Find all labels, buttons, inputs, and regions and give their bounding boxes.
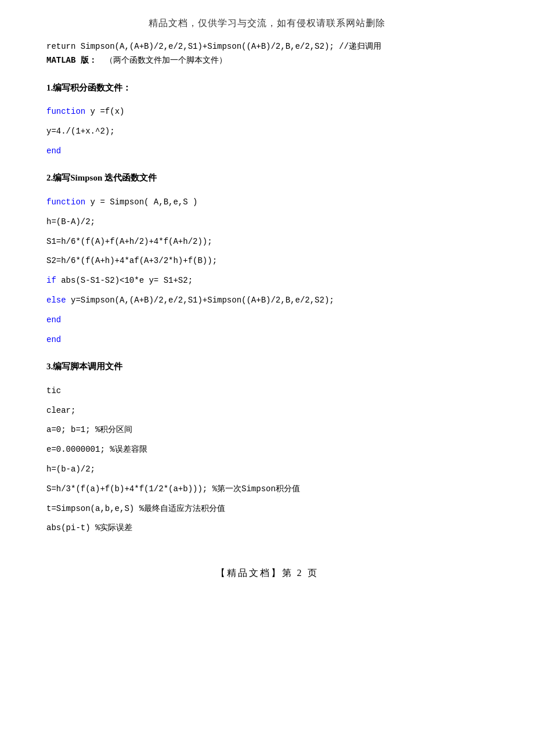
e-line: e=0.0000001; %误差容限: [46, 443, 488, 457]
end1: end: [46, 145, 488, 159]
footer: 【精品文档】第 2 页: [46, 564, 488, 582]
section1-title: 1.编写积分函数文件：: [46, 80, 488, 96]
else-body: y=Simpson(A,(A+B)/2,e/2,S1)+Simpson((A+B…: [66, 296, 334, 305]
keyword-function1: function: [46, 107, 85, 116]
keyword-else: else: [46, 296, 66, 305]
keyword-function2: function: [46, 197, 85, 207]
s1-line: S1=h/6*(f(A)+f(A+h/2)+4*f(A+h/2));: [46, 235, 488, 249]
watermark: 精品文档，仅供学习与交流，如有侵权请联系网站删除: [46, 17, 488, 30]
clear-line: clear;: [46, 404, 488, 418]
function1-line: function y =f(x): [46, 105, 488, 119]
keyword-end3: end: [46, 335, 61, 344]
h-line: h=(B-A)/2;: [46, 215, 488, 229]
abs-line: abs(pi-t) %实际误差: [46, 521, 488, 535]
matlab-bold: MATLAB 版：: [46, 56, 97, 65]
h-script-line: h=(b-a)/2;: [46, 463, 488, 477]
if-condition: abs(S-S1-S2)<10*e y= S1+S2;: [56, 276, 193, 285]
function2-line: function y = Simpson( A,B,e,S ): [46, 196, 488, 210]
s2-line: S2=h/6*(f(A+h)+4*af(A+3/2*h)+f(B));: [46, 254, 488, 268]
function2-sig: y = Simpson( A,B,e,S ): [85, 197, 197, 207]
s-script-line: S=h/3*(f(a)+f(b)+4*f(1/2*(a+b))); %第一次Si…: [46, 483, 488, 496]
return-line: return Simpson(A,(A+B)/2,e/2,S1)+Simpson…: [46, 40, 488, 54]
section2-title: 2.编写Simpson 迭代函数文件: [46, 170, 488, 186]
tic-line: tic: [46, 384, 488, 398]
end2: end: [46, 314, 488, 327]
keyword-if: if: [46, 276, 56, 285]
t-line: t=Simpson(a,b,e,S) %最终自适应方法积分值: [46, 502, 488, 516]
keyword-end1: end: [46, 146, 61, 156]
section3-title: 3.编写脚本调用文件: [46, 358, 488, 375]
if-line: if abs(S-S1-S2)<10*e y= S1+S2;: [46, 274, 488, 288]
function1-sig: y =f(x): [85, 107, 124, 116]
ab-line: a=0; b=1; %积分区间: [46, 423, 488, 437]
end3: end: [46, 333, 488, 347]
else-line: else y=Simpson(A,(A+B)/2,e/2,S1)+Simpson…: [46, 294, 488, 308]
keyword-end2: end: [46, 315, 61, 325]
f-body: y=4./(1+x.^2);: [46, 125, 488, 139]
matlab-label: MATLAB 版：MATLAB 版： （两个函数文件加一个脚本文件） （两个函数…: [46, 54, 488, 68]
